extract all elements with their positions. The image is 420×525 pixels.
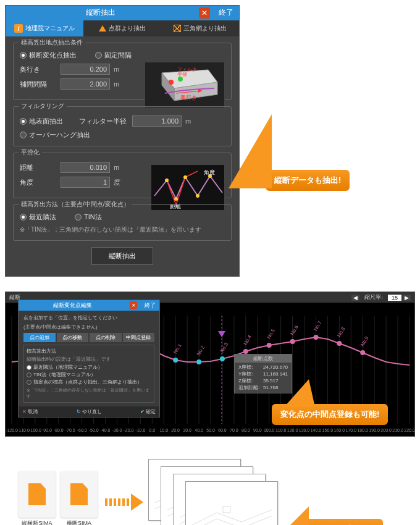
- radius-input[interactable]: [132, 116, 182, 127]
- interval-label: 補間間隔: [20, 80, 57, 89]
- smooth-legend: 平滑化: [19, 148, 42, 157]
- profile-node[interactable]: [360, 350, 365, 355]
- radio-nearest[interactable]: 最近隣法: [20, 212, 56, 222]
- terminate-button[interactable]: 終了: [215, 7, 237, 19]
- radio-fixed-interval[interactable]: 固定間隔: [95, 51, 132, 60]
- profile-node[interactable]: [243, 349, 248, 354]
- svg-text:No.1: No.1: [172, 343, 183, 355]
- dlist-sub: 縦断抽出時の設定は「最近隣法」です: [27, 356, 151, 363]
- file-vertical-sima: 縦横断SIMAファイル: [19, 471, 56, 525]
- svg-text:-100.0: -100.0: [29, 428, 41, 432]
- smooth-group: 平滑化 距離 m 角度 度: [13, 153, 232, 198]
- scale-value[interactable]: 15: [388, 295, 401, 301]
- tab-pointcloud[interactable]: 点群より抽出: [83, 20, 161, 36]
- file-icon: [28, 483, 46, 505]
- svg-text:90.0: 90.0: [253, 428, 262, 432]
- svg-point-4: [169, 80, 174, 85]
- angle-label: 角度: [20, 178, 57, 187]
- tab-bar: i 地理院マニュアル 点群より抽出 三角網より抽出: [6, 20, 239, 36]
- svg-text:-60.0: -60.0: [77, 428, 87, 432]
- point-tooltip: 縦断点数 X座標:24,720.670Y座標:11,168.141Z座標:35.…: [234, 354, 292, 393]
- svg-text:30.0: 30.0: [183, 428, 191, 432]
- scale-label: 縮尺率:: [361, 293, 387, 301]
- page-next-icon[interactable]: ▶: [403, 295, 411, 301]
- radius-label: フィルター半径: [79, 117, 128, 126]
- dist-label: 距離: [20, 163, 57, 172]
- preview-3d: フィルタ 半径 奥行き: [145, 62, 225, 108]
- radio-change-point[interactable]: 横断変化点抽出: [20, 51, 77, 60]
- edit-tab-3[interactable]: 中間点登録: [123, 333, 155, 342]
- interval-unit: m: [114, 80, 119, 88]
- close-icon[interactable]: ✕: [130, 301, 137, 309]
- svg-text:-40.0: -40.0: [101, 428, 111, 432]
- svg-text:190.0: 190.0: [369, 428, 380, 432]
- extraction-dialog: 縦断抽出 ✕ 終了 i 地理院マニュアル 点群より抽出 三角網より抽出 標高算出…: [5, 5, 240, 277]
- svg-text:-80.0: -80.0: [54, 428, 64, 432]
- svg-text:0.0: 0.0: [149, 428, 155, 432]
- cancel-button[interactable]: ✕取消: [22, 408, 38, 415]
- terminate-button[interactable]: 終了: [142, 301, 158, 309]
- radius-unit: m: [185, 117, 191, 125]
- edit-tab-0[interactable]: 点の追加: [23, 333, 56, 342]
- tab-label: 点群より抽出: [109, 24, 146, 33]
- info-icon: i: [14, 24, 23, 33]
- dialog-titlebar: 縦断抽出 ✕ 終了: [6, 6, 239, 20]
- confirm-button[interactable]: ✔確定: [140, 408, 156, 415]
- profile-node[interactable]: [290, 339, 295, 344]
- svg-text:-10.0: -10.0: [135, 428, 145, 432]
- depth-input[interactable]: [61, 64, 110, 75]
- profile-node[interactable]: [313, 335, 318, 340]
- method-option[interactable]: TIN法（地理院マニュアル）: [27, 371, 151, 378]
- tab-manual[interactable]: i 地理院マニュアル: [6, 20, 83, 36]
- svg-text:20.0: 20.0: [171, 428, 180, 432]
- svg-text:120.0: 120.0: [287, 428, 298, 432]
- radio-overhang[interactable]: オーバーハング抽出: [20, 130, 225, 140]
- method-option[interactable]: 最近隣法（地理院マニュアル）: [27, 364, 151, 371]
- svg-text:-90.0: -90.0: [42, 428, 52, 432]
- tooltip-row: X座標:24,720.670: [238, 364, 288, 371]
- svg-text:-50.0: -50.0: [89, 428, 99, 432]
- method-note: ※「TIN法」：三角網の存在しない箇所は「最近隣法」を用います: [20, 225, 225, 234]
- extract-button[interactable]: 縦断抽出: [91, 247, 153, 265]
- file-icon: [70, 483, 88, 505]
- profile-node[interactable]: [337, 341, 342, 346]
- close-icon[interactable]: ✕: [199, 7, 210, 19]
- svg-text:40.0: 40.0: [195, 428, 203, 432]
- method-option[interactable]: 指定点の標高（点群より抽出、三角網より抽出）: [27, 379, 151, 385]
- svg-point-3: [178, 77, 183, 82]
- radio-ground[interactable]: 地表面抽出: [20, 117, 75, 126]
- profile-node[interactable]: [267, 343, 272, 348]
- dist-input[interactable]: [61, 162, 110, 173]
- svg-text:-30.0: -30.0: [112, 428, 122, 432]
- svg-text:No.5: No.5: [266, 328, 277, 340]
- tooltip-row: Z座標:35.517: [238, 377, 288, 384]
- conditions-group: 標高算出地点抽出条件 横断変化点抽出 固定間隔 奥行き m 補間間隔 m: [13, 43, 232, 100]
- profile-node[interactable]: [196, 359, 201, 364]
- radio-tin[interactable]: TIN法: [75, 212, 102, 222]
- svg-text:-120.0: -120.0: [6, 428, 18, 432]
- page-prev-icon[interactable]: ◀: [351, 295, 359, 301]
- filter-group: フィルタリング 地表面抽出 フィルター半径 m オーバーハング抽出: [13, 106, 232, 146]
- redo-button[interactable]: ↻やり直し: [77, 408, 102, 415]
- svg-text:No.2: No.2: [196, 345, 206, 357]
- profile-node[interactable]: [173, 358, 178, 363]
- edit-tab-1[interactable]: 点の移動: [57, 333, 89, 342]
- dialog-title: 縦断抽出: [7, 7, 194, 19]
- tab-tin[interactable]: 三角網より抽出: [161, 20, 239, 36]
- svg-text:100.0: 100.0: [264, 428, 275, 432]
- file-cross-sima: 横断SIMAファイル: [61, 471, 98, 525]
- svg-text:70.0: 70.0: [230, 428, 238, 432]
- profile-node[interactable]: [220, 356, 225, 361]
- angle-input[interactable]: [61, 177, 110, 188]
- svg-text:220.0: 220.0: [404, 428, 415, 432]
- svg-text:No.3: No.3: [219, 342, 230, 354]
- dlist-note: ※「TIN法」：三角網の存在しない箇所は「最近隣法」を用います: [27, 387, 151, 400]
- cad-drawings: [148, 459, 284, 525]
- interval-input[interactable]: [61, 78, 110, 90]
- svg-rect-99: [223, 506, 230, 513]
- triangle-icon: [99, 25, 106, 32]
- dialog-help2: (主要点/中間点は編集できません): [23, 324, 154, 330]
- svg-text:半径: 半径: [177, 72, 187, 77]
- edit-tab-2[interactable]: 点の削除: [90, 333, 122, 342]
- svg-text:140.0: 140.0: [311, 428, 322, 432]
